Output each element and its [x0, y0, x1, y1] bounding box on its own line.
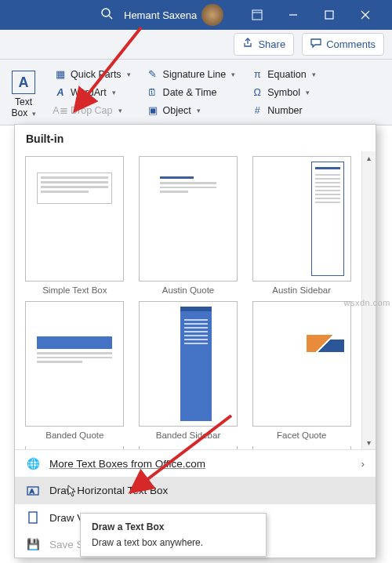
comments-button[interactable]: Comments: [302, 33, 384, 56]
svg-rect-2: [252, 10, 262, 20]
date-icon: 🗓: [147, 86, 159, 99]
number-button[interactable]: #Number: [249, 103, 318, 118]
text-box-label2: Box: [11, 107, 27, 118]
object-button[interactable]: ▣Object▾: [144, 103, 238, 118]
tooltip-body: Draw a text box anywhere.: [92, 537, 255, 548]
gallery-item-banded-quote[interactable]: Banded Quote: [18, 298, 132, 443]
draw-horizontal-text-box-menu[interactable]: A Draw Horizontal Text Box: [15, 477, 376, 504]
drop-cap-icon: A≣: [54, 104, 67, 117]
svg-text:A: A: [30, 488, 34, 495]
textbox-v-icon: [26, 510, 40, 525]
equation-icon: π: [251, 68, 263, 81]
gallery-item-facet-quote[interactable]: Facet Quote: [245, 298, 358, 443]
svg-rect-5: [325, 11, 333, 19]
quick-parts-icon: ▦: [54, 68, 67, 81]
more-text-boxes-menu[interactable]: 🌐 More Text Boxes from Office.com ›: [15, 450, 376, 477]
gallery-item-austin-quote[interactable]: Austin Quote: [132, 153, 245, 298]
scroll-up-icon[interactable]: ▴: [367, 154, 371, 162]
object-icon: ▣: [147, 104, 159, 117]
wordart-icon: A: [54, 86, 67, 99]
gallery-item-austin-sidebar[interactable]: Austin Sidebar: [245, 153, 358, 298]
minimize-icon[interactable]: [275, 0, 311, 30]
watermark: wsxdn.com: [343, 298, 390, 307]
chevron-right-icon: ›: [361, 458, 365, 470]
save-icon: 💾: [26, 537, 40, 551]
share-label: Share: [258, 38, 285, 50]
ribbon: A Text Box ▾ ▦Quick Parts▾ AWordArt▾ A≣D…: [0, 60, 392, 125]
text-box-button[interactable]: A Text Box ▾: [6, 63, 41, 122]
panel-header: Built-in: [15, 125, 376, 151]
number-icon: #: [251, 104, 263, 117]
scroll-down-icon[interactable]: ▾: [367, 438, 371, 447]
gallery-item-cut[interactable]: [18, 443, 132, 449]
text-box-label1: Text: [15, 96, 32, 107]
wordart-button[interactable]: AWordArt▾: [52, 85, 133, 100]
textbox-h-icon: A: [26, 484, 40, 498]
globe-icon: 🌐: [26, 456, 40, 470]
share-icon: [242, 38, 253, 51]
share-button[interactable]: Share: [234, 33, 294, 56]
gallery: Simple Text Box Austin Quote Austin Side…: [15, 151, 361, 449]
tooltip-title: Draw a Text Box: [92, 521, 255, 532]
gallery-item-simple-text-box[interactable]: Simple Text Box: [18, 153, 132, 298]
quick-parts-button[interactable]: ▦Quick Parts▾: [52, 67, 133, 82]
signature-line-button[interactable]: ✎Signature Line▾: [144, 67, 238, 82]
ribbon-options-icon[interactable]: [239, 0, 275, 30]
comments-label: Comments: [326, 38, 376, 50]
svg-point-0: [102, 9, 110, 16]
signature-icon: ✎: [147, 68, 159, 81]
gallery-item-cut[interactable]: [245, 443, 358, 449]
user-name: Hemant Saxena: [124, 9, 197, 21]
gallery-item-cut[interactable]: [132, 443, 245, 449]
svg-line-1: [109, 16, 112, 19]
text-box-icon: A: [12, 71, 35, 94]
cursor-icon: [67, 485, 77, 499]
search-icon[interactable]: [100, 7, 113, 23]
gallery-item-banded-sidebar[interactable]: Banded Sidebar: [132, 298, 245, 443]
title-bar: Hemant Saxena: [0, 0, 392, 30]
close-icon[interactable]: [347, 0, 383, 30]
symbol-icon: Ω: [251, 86, 263, 99]
drop-cap-button[interactable]: A≣Drop Cap▾: [52, 103, 133, 118]
symbol-button[interactable]: ΩSymbol▾: [249, 85, 318, 100]
equation-button[interactable]: πEquation▾: [249, 67, 318, 82]
text-box-gallery-panel: Built-in Simple Text Box Austin Quote Au…: [14, 124, 376, 558]
comments-icon: [310, 38, 321, 51]
maximize-icon[interactable]: [311, 0, 347, 30]
tooltip: Draw a Text Box Draw a text box anywhere…: [80, 513, 267, 557]
avatar[interactable]: [201, 4, 223, 26]
svg-rect-10: [29, 512, 37, 523]
date-time-button[interactable]: 🗓Date & Time: [144, 85, 238, 100]
action-bar: Share Comments: [0, 30, 392, 60]
